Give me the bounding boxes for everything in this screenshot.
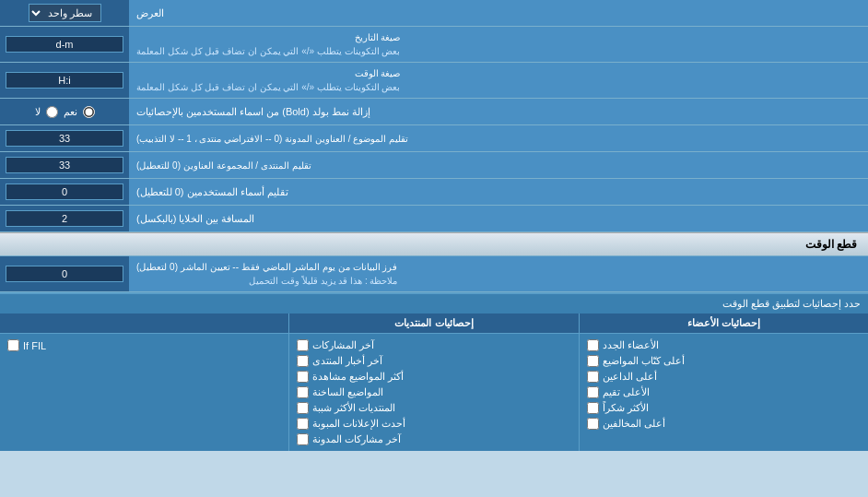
bold-no-radio[interactable]: [46, 106, 58, 118]
time-format-input-cell: [0, 63, 129, 98]
checkbox-last-posts-input[interactable]: [297, 339, 309, 351]
checkbox-top-inviters-input[interactable]: [587, 371, 599, 383]
checkbox-hot-topics: المواضيع الساخنة: [293, 385, 574, 400]
bold-label: إزالة نمط بولد (Bold) من اسماء المستخدمي…: [129, 99, 868, 124]
realtime-filter-label: فرز البيانات من يوم الماشر الماضي فقط --…: [129, 256, 868, 291]
checkbox-new-members: الأعضاء الجدد: [583, 337, 864, 353]
checkbox-most-thanked-input[interactable]: [587, 402, 599, 414]
display-label: العرض: [129, 0, 868, 26]
checkbox-new-members-input[interactable]: [587, 339, 599, 351]
checkbox-forum-news: آخر أخبار المنتدى: [293, 353, 574, 369]
date-format-label: صيغة التاريخ بعض التكوينات يتطلب «/» الت…: [129, 27, 868, 62]
display-input-cell: سطر واحد سطرين: [0, 0, 129, 26]
cell-spacing-input[interactable]: [6, 210, 123, 227]
forum-trim-input-cell: [0, 152, 129, 178]
checkbox-top-violators-input[interactable]: [587, 418, 599, 430]
checkbox-classified-ads: أحدث الإعلانات المبوبة: [293, 416, 574, 432]
col-header-forums: إحصائيات المنتديات: [288, 314, 578, 333]
checkbox-hot-topics-input[interactable]: [297, 386, 309, 398]
realtime-section-header: قطع الوقت: [0, 232, 868, 256]
checkbox-most-thanked: الأكثر شكراً: [583, 400, 864, 416]
bold-yes-radio[interactable]: [83, 106, 95, 118]
col-header-members: إحصائيات الأعضاء: [579, 314, 868, 333]
checkbox-popular-forums: المنتديات الأكثر شببة: [293, 400, 574, 416]
subject-trim-input[interactable]: [6, 130, 123, 147]
checkbox-most-viewed-input[interactable]: [297, 371, 309, 383]
limit-row: حدد إحصائيات لتطبيق قطع الوقت: [0, 293, 868, 314]
cell-spacing-label: المسافة بين الخلايا (بالبكسل): [129, 206, 868, 231]
lines-dropdown[interactable]: سطر واحد سطرين: [29, 4, 101, 22]
time-format-label: صيغة الوقت بعض التكوينات يتطلب «/» التي …: [129, 63, 868, 98]
time-format-input[interactable]: [6, 72, 123, 89]
realtime-filter-input-cell: [0, 256, 129, 291]
checkbox-blog-posts-input[interactable]: [297, 433, 309, 445]
bold-no-label: لا: [35, 106, 41, 118]
forum-trim-input[interactable]: [6, 157, 123, 173]
checkbox-top-rated-input[interactable]: [587, 386, 599, 398]
checkbox-if-fil: If FIL: [4, 337, 285, 353]
date-format-input-cell: [0, 27, 129, 62]
checkbox-last-posts: آخر المشاركات: [293, 337, 574, 353]
checkbox-col-members: الأعضاء الجدد أعلى كتّاب المواضيع أعلى ا…: [579, 334, 868, 451]
col-header-extra: [0, 314, 288, 333]
checkbox-popular-forums-input[interactable]: [297, 402, 309, 414]
checkbox-top-violators: أعلى المخالفين: [583, 416, 864, 432]
checkbox-col-forums: آخر المشاركات آخر أخبار المنتدى أكثر الم…: [288, 334, 578, 451]
bold-radio-group: نعم لا: [35, 106, 95, 118]
checkbox-top-rated: الأعلى تقيم: [583, 385, 864, 400]
cell-spacing-input-cell: [0, 206, 129, 231]
subject-trim-input-cell: [0, 125, 129, 151]
checkbox-col-empty: If FIL: [0, 334, 288, 451]
checkbox-if-fil-input[interactable]: [7, 339, 19, 351]
date-format-input[interactable]: [6, 36, 123, 53]
checkbox-top-writers: أعلى كتّاب المواضيع: [583, 353, 864, 369]
checkbox-most-viewed: أكثر المواضيع مشاهدة: [293, 369, 574, 385]
checkbox-blog-posts: آخر مشاركات المدونة: [293, 432, 574, 447]
username-trim-input[interactable]: [6, 183, 123, 200]
checkbox-classified-ads-input[interactable]: [297, 418, 309, 430]
checkbox-forum-news-input[interactable]: [297, 355, 309, 367]
checkbox-top-writers-input[interactable]: [587, 355, 599, 367]
bold-input-cell: نعم لا: [0, 99, 129, 124]
username-trim-label: تقليم أسماء المستخدمين (0 للتعطيل): [129, 179, 868, 205]
realtime-filter-input[interactable]: [6, 266, 123, 282]
checkbox-top-inviters: أعلى الداعين: [583, 369, 864, 385]
bold-yes-label: نعم: [64, 106, 77, 118]
username-trim-input-cell: [0, 179, 129, 205]
forum-trim-label: تقليم المنتدى / المجموعة العناوين (0 للت…: [129, 152, 868, 178]
subject-trim-label: تقليم الموضوع / العناوين المدونة (0 -- ا…: [129, 125, 868, 151]
